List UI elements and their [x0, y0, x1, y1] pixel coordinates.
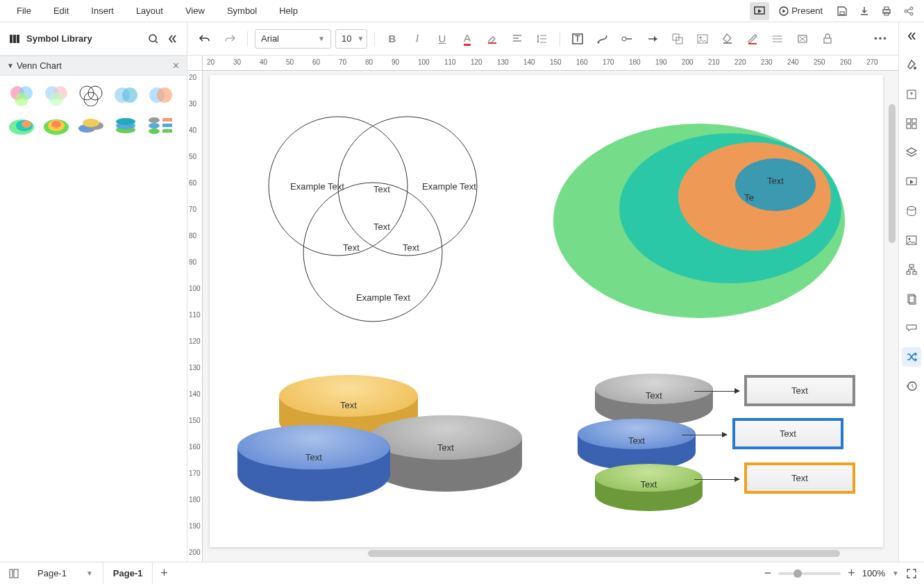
expand-rail-button[interactable]	[902, 26, 921, 46]
page-select[interactable]: Page-1 ▼	[28, 562, 103, 584]
save-button[interactable]	[832, 2, 852, 20]
menu-edit[interactable]: Edit	[42, 1, 80, 20]
zoom-slider[interactable]	[778, 572, 841, 575]
underline-button[interactable]: U	[432, 28, 453, 49]
arrow-gray[interactable]	[694, 391, 739, 392]
present-button[interactable]: Present	[772, 3, 830, 19]
nested-l2-label[interactable]: Te	[744, 192, 754, 203]
group-button[interactable]	[667, 28, 688, 49]
line-style-button[interactable]	[767, 28, 788, 49]
lib-nested-ellipse-alt[interactable]	[40, 112, 72, 140]
ruler-vertical: 20 30 40 50 60 70 80 90 100 110 120 130 …	[187, 71, 203, 562]
zoom-out-button[interactable]: −	[764, 566, 772, 581]
menu-symbol[interactable]: Symbol	[216, 1, 268, 20]
section-venn-chart[interactable]: ▼ Venn Chart ✕	[0, 56, 187, 76]
venn-ab-label[interactable]: Text	[373, 184, 390, 194]
scrollbar-vertical[interactable]	[889, 104, 896, 243]
connector-button[interactable]	[592, 28, 613, 49]
slideshow-settings-button[interactable]	[750, 2, 769, 20]
chevron-down-icon: ▼	[7, 62, 14, 69]
chevron-down-icon[interactable]: ▼	[892, 569, 899, 577]
font-size-select[interactable]: 10▼	[335, 29, 367, 49]
grid-button[interactable]	[902, 114, 921, 133]
clear-format-button[interactable]	[792, 28, 813, 49]
shuffle-button[interactable]	[902, 347, 921, 367]
right-rail	[898, 22, 924, 562]
text-tool-button[interactable]: T	[567, 28, 588, 49]
lib-venn-3-color[interactable]	[6, 81, 37, 109]
zoom-in-button[interactable]: +	[848, 566, 855, 581]
box-gray[interactable]: Text	[744, 375, 855, 406]
shape-listdisc-green[interactable]: Text	[595, 464, 703, 514]
theme-button[interactable]	[902, 56, 921, 75]
history-button[interactable]	[902, 376, 921, 396]
menu-view[interactable]: View	[174, 1, 216, 20]
highlight-button[interactable]	[482, 28, 503, 49]
undo-button[interactable]	[194, 28, 215, 49]
box-orange[interactable]: Text	[744, 462, 855, 494]
tree-button[interactable]	[902, 260, 921, 279]
venn-ac-label[interactable]: Text	[343, 242, 360, 253]
comment-button[interactable]	[902, 318, 921, 337]
export-button[interactable]	[855, 2, 874, 20]
nested-inner-label[interactable]: Text	[767, 176, 784, 186]
layers-button[interactable]	[902, 143, 921, 162]
print-button[interactable]	[877, 2, 896, 20]
page-tab-1[interactable]: Page-1	[103, 562, 153, 584]
present-rail-button[interactable]	[902, 172, 921, 192]
canvas-area[interactable]: 20 30 40 50 60 70 80 90 100 110 120 130 …	[187, 56, 898, 562]
collapse-panel-icon[interactable]	[166, 33, 178, 45]
bold-button[interactable]: B	[382, 28, 403, 49]
align-button[interactable]	[507, 28, 528, 49]
menu-insert[interactable]: Insert	[80, 1, 125, 20]
clipboard-button[interactable]	[902, 289, 921, 308]
venn-abc-label[interactable]: Text	[373, 222, 390, 232]
arrow-green[interactable]	[694, 479, 739, 480]
line-end-button[interactable]	[642, 28, 663, 49]
font-select[interactable]: Arial▼	[255, 29, 331, 49]
box-blue[interactable]: Text	[732, 418, 843, 449]
arrow-blue[interactable]	[682, 435, 727, 435]
lib-venn-3-outline[interactable]	[75, 81, 107, 109]
lib-venn-2-alt[interactable]	[144, 81, 176, 109]
shape-disc-blue[interactable]: Text	[237, 425, 390, 505]
export-rail-button[interactable]	[902, 85, 921, 104]
lib-venn-3-pastel[interactable]	[40, 81, 72, 109]
close-icon[interactable]: ✕	[172, 60, 180, 71]
data-button[interactable]	[902, 201, 921, 221]
venn-bc-label[interactable]: Text	[403, 242, 419, 253]
venn-c-label[interactable]: Example Text	[356, 292, 410, 303]
lib-3d-discs[interactable]	[75, 112, 107, 140]
ruler-horizontal: 20 30 40 50 60 70 80 90 100 110 120 130 …	[203, 56, 898, 71]
scrollbar-horizontal[interactable]	[368, 550, 840, 557]
venn-b-label[interactable]: Example Text	[422, 181, 476, 192]
fullscreen-icon[interactable]	[906, 568, 917, 579]
share-button[interactable]	[899, 2, 918, 20]
add-page-button[interactable]: +	[153, 562, 175, 584]
redo-button[interactable]	[219, 28, 240, 49]
lib-3d-stack[interactable]	[110, 112, 142, 140]
page-canvas[interactable]: Example Text Example Text Example Text T…	[210, 75, 883, 547]
line-color-button[interactable]	[742, 28, 763, 49]
lib-venn-2[interactable]	[110, 81, 142, 109]
menu-help[interactable]: Help	[268, 1, 309, 20]
line-start-button[interactable]	[617, 28, 638, 49]
shape-nested-ellipse[interactable]	[550, 117, 848, 325]
more-button[interactable]: •••	[871, 28, 891, 49]
fill-color-button[interactable]	[717, 28, 738, 49]
menu-layout[interactable]: Layout	[125, 1, 174, 20]
image-rail-button[interactable]	[902, 231, 921, 250]
menu-file[interactable]: File	[6, 1, 42, 20]
image-button[interactable]	[692, 28, 713, 49]
line-spacing-button[interactable]	[532, 28, 553, 49]
outline-view-button[interactable]	[0, 568, 28, 579]
lib-disc-list[interactable]	[144, 112, 176, 140]
search-icon[interactable]	[148, 33, 159, 44]
shape-disc-gray[interactable]: Text	[369, 415, 522, 495]
italic-button[interactable]: I	[407, 28, 428, 49]
lib-nested-ellipse[interactable]	[6, 112, 37, 140]
font-color-button[interactable]: A	[457, 28, 478, 49]
menubar: File Edit Insert Layout View Symbol Help…	[0, 0, 924, 22]
venn-a-label[interactable]: Example Text	[290, 181, 344, 192]
lock-button[interactable]	[817, 28, 838, 49]
